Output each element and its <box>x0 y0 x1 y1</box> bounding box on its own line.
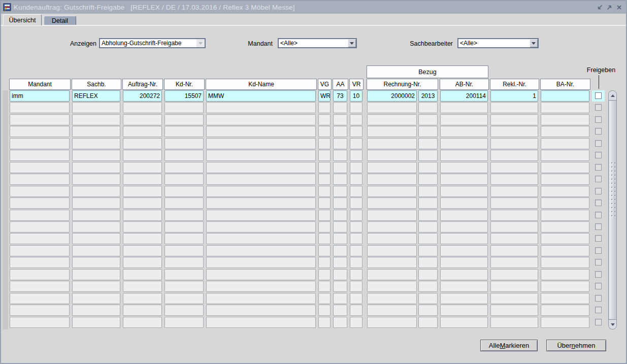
table-cell[interactable] <box>318 138 331 149</box>
table-cell[interactable] <box>333 317 347 328</box>
table-cell[interactable] <box>490 138 538 149</box>
table-cell[interactable] <box>72 221 120 233</box>
table-cell[interactable] <box>440 281 488 292</box>
table-cell[interactable] <box>164 197 204 209</box>
table-cell[interactable] <box>72 126 120 137</box>
table-cell[interactable] <box>490 293 538 304</box>
table-cell[interactable] <box>490 221 538 233</box>
table-cell[interactable] <box>318 257 331 268</box>
table-cell[interactable] <box>333 114 347 125</box>
table-cell[interactable] <box>164 126 204 137</box>
table-cell[interactable] <box>541 210 589 221</box>
table-cell[interactable] <box>10 305 70 316</box>
table-cell[interactable] <box>164 102 204 113</box>
table-cell[interactable] <box>333 305 347 316</box>
table-cell[interactable] <box>541 269 589 280</box>
table-cell[interactable] <box>350 210 362 221</box>
table-cell[interactable] <box>206 221 316 233</box>
table-cell[interactable] <box>164 114 204 125</box>
table-cell[interactable] <box>418 269 438 280</box>
table-cell[interactable] <box>418 102 438 113</box>
table-cell[interactable]: 1 <box>490 90 538 102</box>
table-cell[interactable] <box>206 305 316 316</box>
table-cell[interactable] <box>10 174 70 185</box>
table-cell[interactable] <box>418 114 438 125</box>
table-cell[interactable] <box>10 138 70 149</box>
table-cell[interactable] <box>123 138 162 149</box>
table-cell[interactable] <box>367 174 417 185</box>
table-cell[interactable] <box>10 197 70 209</box>
table-cell[interactable] <box>72 257 120 268</box>
table-cell[interactable] <box>123 102 162 113</box>
table-cell[interactable] <box>333 221 347 233</box>
table-cell[interactable] <box>367 257 417 268</box>
table-cell[interactable] <box>318 233 331 244</box>
table-cell[interactable] <box>318 126 331 137</box>
table-cell[interactable] <box>10 257 70 268</box>
table-cell[interactable] <box>440 102 488 113</box>
table-cell[interactable] <box>490 174 538 185</box>
table-cell[interactable] <box>206 281 316 292</box>
table-cell[interactable] <box>440 197 488 209</box>
table-cell[interactable] <box>10 269 70 280</box>
table-cell[interactable] <box>367 126 417 137</box>
table-cell[interactable] <box>123 150 162 161</box>
table-cell[interactable] <box>333 126 347 137</box>
table-cell[interactable] <box>440 138 488 149</box>
vertical-scrollbar[interactable] <box>608 90 617 329</box>
table-cell[interactable] <box>367 114 417 125</box>
table-cell[interactable] <box>333 257 347 268</box>
table-cell[interactable] <box>541 257 589 268</box>
table-cell[interactable] <box>72 293 120 304</box>
table-cell[interactable] <box>367 221 417 233</box>
table-cell[interactable] <box>333 210 347 221</box>
table-cell[interactable] <box>350 281 362 292</box>
table-cell[interactable] <box>350 305 362 316</box>
table-cell[interactable] <box>541 150 589 161</box>
table-cell[interactable] <box>440 174 488 185</box>
table-cell[interactable] <box>367 197 417 209</box>
table-cell[interactable] <box>72 138 120 149</box>
table-cell[interactable] <box>367 150 417 161</box>
table-cell[interactable] <box>367 210 417 221</box>
table-cell[interactable] <box>318 317 331 328</box>
table-cell[interactable] <box>72 210 120 221</box>
table-cell[interactable] <box>10 281 70 292</box>
table-cell[interactable] <box>123 233 162 244</box>
table-cell[interactable] <box>123 186 162 197</box>
table-cell[interactable]: 15507 <box>164 90 204 102</box>
apply-button[interactable]: Übernehmen <box>546 340 606 351</box>
table-cell[interactable]: 2000002 <box>367 90 417 102</box>
table-cell[interactable]: WR <box>318 90 331 102</box>
table-cell[interactable] <box>10 210 70 221</box>
table-cell[interactable] <box>490 186 538 197</box>
table-cell[interactable] <box>72 186 120 197</box>
table-cell[interactable]: MMW <box>206 90 316 102</box>
table-cell[interactable] <box>72 102 120 113</box>
table-cell[interactable] <box>418 233 438 244</box>
table-cell[interactable]: imm <box>10 90 70 102</box>
table-cell[interactable] <box>318 269 331 280</box>
table-cell[interactable] <box>164 150 204 161</box>
table-cell[interactable] <box>490 317 538 328</box>
table-cell[interactable] <box>123 210 162 221</box>
table-cell[interactable] <box>440 317 488 328</box>
table-cell[interactable] <box>206 174 316 185</box>
table-cell[interactable] <box>418 221 438 233</box>
table-cell[interactable] <box>367 162 417 173</box>
table-cell[interactable]: 10 <box>350 90 362 102</box>
table-cell[interactable] <box>333 102 347 113</box>
table-cell[interactable] <box>333 197 347 209</box>
table-cell[interactable] <box>541 317 589 328</box>
table-cell[interactable] <box>350 114 362 125</box>
table-cell[interactable] <box>350 245 362 256</box>
anzeigen-select[interactable]: Abholung-Gutschrift-Freigabe <box>99 38 206 48</box>
table-cell[interactable] <box>164 293 204 304</box>
table-cell[interactable]: 2013 <box>418 90 438 102</box>
table-cell[interactable] <box>541 114 589 125</box>
table-cell[interactable] <box>367 281 417 292</box>
table-cell[interactable] <box>367 317 417 328</box>
table-cell[interactable] <box>72 114 120 125</box>
table-cell[interactable] <box>541 90 589 102</box>
table-cell[interactable] <box>164 257 204 268</box>
